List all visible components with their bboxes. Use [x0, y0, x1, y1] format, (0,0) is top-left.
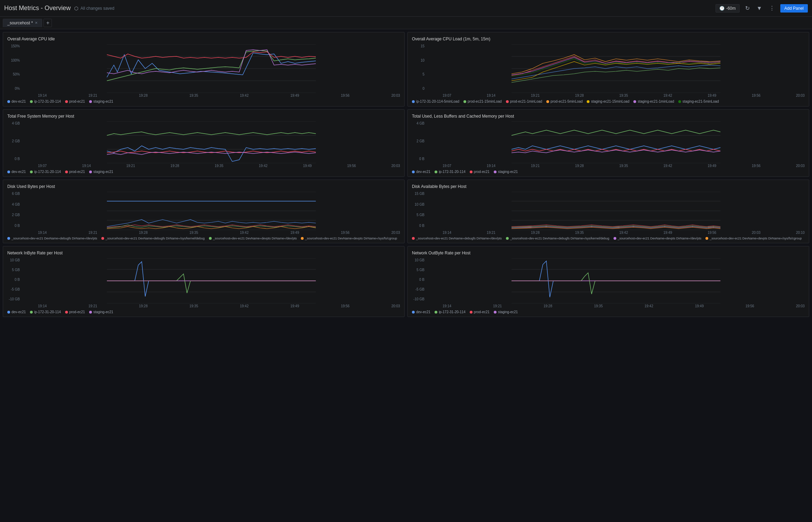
chart-area-disk-avail: 15 GB 10 GB 5 GB 0 B 19:14 [412, 192, 805, 235]
legend-dot [463, 100, 466, 103]
legend-dot [435, 311, 437, 314]
x-axis-disk-avail: 19:14 19:21 19:28 19:35 19:42 19:49 19:5… [443, 231, 805, 235]
x-axis-free-memory: 19:07 19:14 19:21 19:28 19:35 19:42 19:4… [38, 164, 400, 168]
chart-inner-cpu-idle: 19:14 19:21 19:28 19:35 19:42 19:49 19:5… [23, 44, 400, 97]
legend-dot [30, 100, 33, 103]
legend-item: prod-ec21 [470, 310, 490, 314]
chart-inner-disk-used: 19:14 19:21 19:28 19:35 19:42 19:49 19:5… [23, 192, 400, 235]
legend-dot [678, 100, 681, 103]
chart-svg-cpu-load [427, 44, 805, 93]
panel-cpu-idle: Overall Average CPU Idle 150% 100% 50% 0… [3, 32, 405, 106]
legend-item: prod-ec21 [65, 170, 85, 174]
legend-dot [435, 171, 437, 173]
legend-item: dev-ec21 [7, 310, 26, 314]
legend-used-memory: dev-ec21 ip-172-31-20-114 prod-ec21 stag… [412, 170, 805, 174]
legend-disk-avail: _sourcehost=dev-ec21 DevName=debugfs Dir… [412, 237, 805, 240]
legend-item: staging-ec21 [494, 170, 518, 174]
legend-dot [412, 100, 415, 103]
panel-disk-avail: Disk Available Bytes per Host 15 GB 10 G… [407, 180, 809, 243]
share-icon[interactable]: ⬡ [74, 6, 78, 11]
legend-dot [633, 100, 636, 103]
x-axis-cpu-load: 19:07 19:14 19:21 19:28 19:35 19:42 19:4… [443, 94, 805, 97]
legend-dot [412, 171, 415, 173]
chart-area-free-memory: 4 GB 2 GB 0 B 19:07 19:14 [7, 121, 400, 168]
chart-inner-free-memory: 19:07 19:14 19:21 19:28 19:35 19:42 19:4… [23, 121, 400, 168]
legend-dot [470, 311, 473, 314]
legend-item: staging-ec21 [89, 310, 113, 314]
chart-inner-net-in: 19:14 19:21 19:28 19:35 19:42 19:49 19:5… [23, 258, 400, 308]
legend-dot [506, 237, 509, 240]
legend-net-in: dev-ec21 ip-172-31-20-114 prod-ec21 stag… [7, 310, 400, 314]
legend-item: staging-ec21-5minLoad [678, 100, 719, 103]
header-icons: ⬡ All changes saved [74, 6, 114, 11]
y-axis-net-in: 10 GB 5 GB 0 B -5 GB -10 GB [7, 258, 21, 301]
y-axis-cpu-load: 15 10 5 0 [412, 44, 426, 90]
legend-item: _sourcehost=dev-ec21 DevName=debugfs Dir… [101, 237, 205, 240]
legend-dot [546, 100, 549, 103]
x-axis-cpu-idle: 19:14 19:21 19:28 19:35 19:42 19:49 19:5… [38, 94, 400, 97]
chart-area-disk-used: 6 GB 4 GB 2 GB 0 B [7, 192, 400, 235]
legend-item: ip-172-31-20-114-5minLoad [412, 100, 459, 103]
legend-item: _sourcehost=dev-ec21 DevName=devpts DirN… [301, 237, 397, 240]
add-tab-button[interactable]: + [44, 19, 52, 27]
save-status: All changes saved [80, 6, 114, 11]
legend-dot [412, 237, 415, 240]
tab-sourcehost[interactable]: _sourcehost * ✕ [3, 19, 42, 27]
y-axis-net-out: 10 GB 5 GB 0 B -5 GB -10 GB [412, 258, 426, 301]
refresh-icon[interactable]: ↻ [744, 3, 751, 13]
header-controls: 🕐 -60m ↻ ▼ ⋮ Add Panel [716, 3, 808, 13]
legend-dot [209, 237, 212, 240]
chart-area-cpu-idle: 150% 100% 50% 0% [7, 44, 400, 97]
tab-label: _sourcehost * [7, 21, 33, 25]
panel-title-net-out: Network OutByte Rate per Host [412, 251, 805, 255]
legend-item: staging-ec21 [89, 170, 113, 174]
x-axis-net-in: 19:14 19:21 19:28 19:35 19:42 19:49 19:5… [38, 304, 400, 308]
panel-title-disk-avail: Disk Available Bytes per Host [412, 184, 805, 189]
panel-cpu-load: Overall Average CPU Load (1m, 5m, 15m) 1… [407, 32, 809, 106]
add-panel-button[interactable]: Add Panel [780, 4, 808, 13]
legend-dot [470, 171, 473, 173]
chart-area-net-out: 10 GB 5 GB 0 B -5 GB -10 GB [412, 258, 805, 308]
panel-used-memory: Total Used, Less Buffers and Cached Memo… [407, 109, 809, 177]
time-range-label: -60m [726, 6, 735, 11]
legend-dot [7, 100, 10, 103]
legend-item: staging-ec21 [89, 100, 113, 103]
time-range-button[interactable]: 🕐 -60m [716, 4, 739, 13]
chart-inner-cpu-load: 19:07 19:14 19:21 19:28 19:35 19:42 19:4… [427, 44, 805, 97]
legend-item: ip-172-31-20-114 [435, 170, 466, 174]
legend-item: prod-ec21 [65, 100, 85, 103]
legend-item: ip-172-31-20-114 [30, 170, 61, 174]
legend-item: prod-ec21-5minLoad [546, 100, 583, 103]
clock-icon: 🕐 [719, 6, 725, 11]
legend-dot [30, 311, 33, 314]
legend-dot [614, 237, 616, 240]
more-options-icon[interactable]: ⋮ [768, 3, 776, 13]
legend-dot [494, 171, 497, 173]
y-axis-disk-used: 6 GB 4 GB 2 GB 0 B [7, 192, 21, 228]
legend-item: prod-ec21-1minLoad [506, 100, 542, 103]
chart-inner-used-memory: 19:07 19:14 19:21 19:28 19:35 19:42 19:4… [427, 121, 805, 168]
legend-item: ip-172-31-20-114 [30, 310, 61, 314]
legend-item: _sourcehost=dev-ec21 DevName=devpts DirN… [614, 237, 701, 240]
chart-area-net-in: 10 GB 5 GB 0 B -5 GB -10 GB [7, 258, 400, 308]
tabs-bar: _sourcehost * ✕ + [0, 17, 812, 29]
x-axis-used-memory: 19:07 19:14 19:21 19:28 19:35 19:42 19:4… [443, 164, 805, 168]
panel-net-out: Network OutByte Rate per Host 10 GB 5 GB… [407, 246, 809, 317]
chart-svg-net-in [23, 258, 400, 303]
x-axis-disk-used: 19:14 19:21 19:28 19:35 19:42 19:49 19:5… [38, 231, 400, 235]
header: Host Metrics - Overview ⬡ All changes sa… [0, 0, 812, 17]
panel-disk-used: Disk Used Bytes per Host 6 GB 4 GB 2 GB … [3, 180, 405, 243]
chart-inner-net-out: 19:14 19:21 19:28 19:35 19:42 19:49 19:5… [427, 258, 805, 308]
legend-item: staging-ec21-15minLoad [587, 100, 629, 103]
filter-icon[interactable]: ▼ [755, 4, 764, 13]
panel-title-cpu-load: Overall Average CPU Load (1m, 5m, 15m) [412, 37, 805, 41]
chart-svg-net-out [427, 258, 805, 303]
legend-item: _sourcehost=dev-ec21 DevName=debugfs Dir… [412, 237, 502, 240]
legend-item: prod-ec21 [470, 170, 490, 174]
panel-title-used-memory: Total Used, Less Buffers and Cached Memo… [412, 114, 805, 119]
legend-item: staging-ec21 [494, 310, 518, 314]
legend-item: _sourcehost=dev-ec21 DevName=debugfs Dir… [7, 237, 97, 240]
y-axis-disk-avail: 15 GB 10 GB 5 GB 0 B [412, 192, 426, 228]
legend-dot [65, 311, 68, 314]
legend-net-out: dev-ec21 ip-172-31-20-114 prod-ec21 stag… [412, 310, 805, 314]
